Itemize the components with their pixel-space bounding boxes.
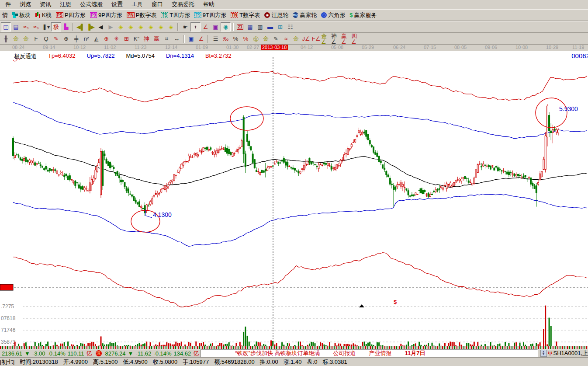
save-icon[interactable]: ▬ bbox=[265, 22, 275, 31]
prev-bar-icon[interactable]: ◀ bbox=[96, 22, 106, 31]
t9-square-button[interactable]: T99T四方形 bbox=[193, 10, 229, 20]
ying-grid-icon[interactable]: 赢 bbox=[152, 34, 162, 43]
gann-grid-gold-icon[interactable]: 金 bbox=[11, 34, 21, 43]
menu-浏览[interactable]: 浏览 bbox=[15, 0, 35, 9]
diamond-hswap-icon[interactable]: ◈ bbox=[136, 22, 146, 31]
sector-button[interactable]: 板块 bbox=[10, 10, 33, 20]
menu-窗口[interactable]: 窗口 bbox=[147, 0, 167, 9]
print-icon[interactable]: ☷ bbox=[285, 22, 295, 31]
p9-square-button[interactable]: P99P四方形 bbox=[88, 10, 125, 20]
target-icon[interactable]: ⊕ bbox=[101, 34, 111, 43]
minute-chart-icon[interactable]: ◫ bbox=[1, 22, 11, 31]
calculator-icon[interactable]: ▦ bbox=[245, 22, 255, 31]
starburst-icon[interactable]: ✳ bbox=[111, 34, 121, 43]
calendar-icon-glyph: 21 bbox=[237, 24, 243, 30]
gold-line-icon[interactable]: 金 bbox=[261, 34, 271, 43]
menu-资讯[interactable]: 资讯 bbox=[35, 0, 55, 9]
last-bar-icon[interactable]: ▐▶ bbox=[86, 22, 96, 31]
kline-button[interactable]: K线 bbox=[33, 10, 54, 20]
target-icon-glyph: ⊕ bbox=[104, 36, 109, 42]
t9-square-button-label: 9T四方形 bbox=[203, 11, 226, 19]
wave-9-icon[interactable]: ≈₉ bbox=[31, 22, 41, 31]
shenzhen-badge-icon[interactable]: 深 bbox=[96, 350, 102, 356]
box-range-icon[interactable]: ▣ bbox=[186, 34, 196, 43]
ruler-ticks-icon[interactable]: ╪ bbox=[71, 34, 81, 43]
k-mark-icon[interactable]: K″ bbox=[131, 34, 142, 43]
p-square-button[interactable]: PSP四方形 bbox=[54, 10, 88, 20]
hexagon-button[interactable]: ⬡六角形 bbox=[319, 10, 348, 20]
news-headline[interactable]: “铁改”步伐加快 高铁板块订单饱满 bbox=[235, 349, 320, 357]
trendline-tool-icon[interactable]: ∠ bbox=[201, 22, 211, 31]
diamond-vswap-icon[interactable]: ◈ bbox=[166, 22, 176, 31]
pattern-tool-icon[interactable]: ◉ bbox=[221, 22, 231, 31]
svg-text:07618: 07618 bbox=[1, 315, 16, 321]
memo-icon[interactable]: ▥ bbox=[255, 22, 265, 31]
measure-icon[interactable]: ↔ bbox=[172, 34, 182, 43]
percent-icon[interactable]: % bbox=[231, 34, 241, 43]
gann-grid-gold2-icon[interactable]: 金 bbox=[21, 34, 31, 43]
copy-net-icon[interactable]: ⊞ bbox=[275, 22, 285, 31]
diamond-right-icon[interactable]: ◈ bbox=[126, 22, 136, 31]
menu-工具[interactable]: 工具 bbox=[127, 0, 147, 9]
crosshair-tool-icon[interactable]: + bbox=[190, 22, 201, 31]
news-link-industry[interactable]: 产业情报 bbox=[369, 349, 392, 357]
n-square-icon[interactable]: n² bbox=[81, 34, 91, 43]
circle-cycle-icon[interactable]: ⊕ bbox=[61, 34, 71, 43]
winner-service-button[interactable]: $赢家服务 bbox=[348, 10, 379, 20]
gold-angle-icon[interactable]: 金∠ bbox=[321, 34, 331, 43]
kline-chart[interactable]: .72750761871746358735.93004.1300$ bbox=[0, 51, 588, 346]
angle-line-red-icon[interactable]: ∠ bbox=[196, 34, 206, 43]
t-square-button[interactable]: TST四方形 bbox=[159, 10, 193, 20]
f-angle-icon[interactable]: F∠ bbox=[311, 34, 321, 43]
percent-eq-icon[interactable]: % bbox=[241, 34, 251, 43]
diamond-expand-icon[interactable]: ◈ bbox=[156, 22, 166, 31]
t-digit-table-button[interactable]: TNT数字表 bbox=[229, 10, 263, 20]
gann-box-tool-icon[interactable]: ▣ bbox=[211, 22, 221, 31]
spinner-buttons-icon[interactable]: ▴▾ bbox=[540, 350, 547, 357]
calendar-icon[interactable]: 21 bbox=[235, 22, 245, 31]
p-digit-table-button[interactable]: PNP数字表 bbox=[125, 10, 159, 20]
grid-123-icon[interactable]: ⌗ bbox=[162, 34, 172, 43]
quotes-button[interactable]: 情 bbox=[0, 10, 10, 20]
j-angle-icon[interactable]: J∠ bbox=[301, 34, 311, 43]
brush-icon[interactable]: ✎ bbox=[51, 34, 61, 43]
grid-target-icon[interactable]: ⊞ bbox=[121, 34, 131, 43]
shen-angle-icon[interactable]: 神∠ bbox=[331, 34, 341, 43]
menu-公式选股[interactable]: 公式选股 bbox=[76, 0, 107, 9]
jifan-channel-icon[interactable]: 极 bbox=[51, 22, 61, 31]
news-link-company[interactable]: 公司报道 bbox=[333, 349, 356, 357]
color-volume-icon[interactable]: ▙ bbox=[61, 22, 71, 31]
gold-under-icon[interactable]: 金 bbox=[291, 34, 301, 43]
menu-交易委托[interactable]: 交易委托 bbox=[167, 0, 199, 9]
shen-grid-icon[interactable]: 神 bbox=[142, 34, 152, 43]
hand-tool-icon[interactable]: ☛ bbox=[180, 22, 190, 31]
svg-text:.7275: .7275 bbox=[1, 303, 14, 310]
sector-blocks-icon bbox=[12, 12, 18, 18]
mirror-icon[interactable]: ◭ bbox=[91, 34, 101, 43]
gann-wheel-button[interactable]: ◉江恩轮 bbox=[263, 10, 291, 20]
diamond-compress-icon[interactable]: ◈ bbox=[146, 22, 156, 31]
menu-帮助[interactable]: 帮助 bbox=[199, 0, 219, 9]
pen-mark-icon[interactable]: ✎ bbox=[271, 34, 281, 43]
chart-area[interactable]: 极反通道 Tp=6.4032Up=5.7822Md=5.0754Dn=4.131… bbox=[0, 51, 588, 346]
diamond-left-icon[interactable]: ◈ bbox=[116, 22, 126, 31]
candle-period-icon[interactable]: ❚▾ bbox=[41, 22, 51, 31]
stat-panel-icon[interactable]: ☰ bbox=[211, 34, 221, 43]
wave-line-icon[interactable]: ≈ bbox=[281, 34, 291, 43]
gold-circle-icon[interactable]: ㊎ bbox=[251, 34, 261, 43]
first-bar-icon[interactable]: ◀▌ bbox=[76, 22, 86, 31]
hline-pair-icon[interactable]: ╫ bbox=[1, 34, 11, 43]
spiral-icon[interactable]: Ϙ bbox=[41, 34, 51, 43]
si-angle-icon[interactable]: 四∠ bbox=[351, 34, 361, 43]
winner-wheel-button[interactable]: Big赢家轮 bbox=[291, 10, 319, 20]
next-bar-icon[interactable]: ▶ bbox=[106, 22, 116, 31]
app-window: 件浏览资讯江恩公式选股设置工具窗口交易委托帮助 情板块K线PSP四方形P99P四… bbox=[0, 0, 588, 366]
ying-angle-icon[interactable]: 赢∠ bbox=[341, 34, 351, 43]
fib-grid-icon[interactable]: F bbox=[31, 34, 41, 43]
menu-件[interactable]: 件 bbox=[1, 0, 15, 9]
percent-line-icon[interactable]: ‰ bbox=[221, 34, 231, 43]
menu-江恩[interactable]: 江恩 bbox=[55, 0, 76, 9]
wave-3-icon[interactable]: ≈₃ bbox=[21, 22, 31, 31]
f10-info-icon[interactable]: ▤ bbox=[11, 22, 21, 31]
menu-设置[interactable]: 设置 bbox=[107, 0, 127, 9]
